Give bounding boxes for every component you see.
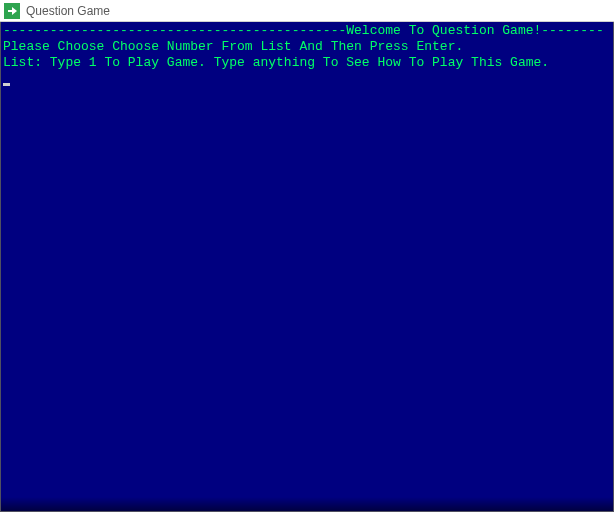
bottom-shadow — [1, 497, 613, 511]
app-window: Question Game --------------------------… — [0, 0, 614, 512]
cursor-icon — [3, 83, 10, 86]
console-line-welcome: ----------------------------------------… — [3, 23, 613, 39]
console-line-instruction: Please Choose Choose Number From List An… — [3, 39, 613, 55]
arrow-right-icon — [4, 3, 20, 19]
console-input-line[interactable] — [3, 71, 613, 87]
console-area[interactable]: ----------------------------------------… — [0, 22, 614, 512]
window-title: Question Game — [26, 4, 110, 18]
titlebar[interactable]: Question Game — [0, 0, 614, 22]
console-line-list: List: Type 1 To Play Game. Type anything… — [3, 55, 613, 71]
